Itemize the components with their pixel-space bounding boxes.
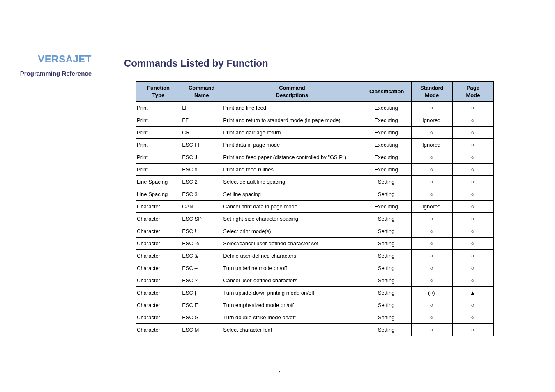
table-row: CharacterESC –Turn underline mode on/off…: [136, 262, 494, 274]
table-row: CharacterCANCancel print data in page mo…: [136, 201, 494, 213]
cell-function-type: Character: [136, 201, 181, 213]
cell-standard-mode: ○: [411, 274, 452, 287]
header-cmddesc-line1: Command: [279, 85, 305, 91]
cell-command-desc: Select/cancel user-defined character set: [222, 238, 362, 250]
sidebar-subtitle: Programming Reference: [15, 67, 94, 77]
cell-command-name: ESC J: [181, 151, 222, 164]
cell-standard-mode: ○: [411, 262, 452, 274]
cell-command-desc: Set line spacing: [222, 188, 362, 201]
cell-command-name: ESC M: [181, 324, 222, 336]
cell-classification: Setting: [362, 213, 411, 225]
cell-function-type: Character: [136, 287, 181, 299]
cell-page-mode: ○: [452, 164, 493, 176]
cell-command-name: ESC G: [181, 311, 222, 324]
cell-command-desc: Print and feed paper (distance controlle…: [222, 151, 362, 164]
cell-command-name: ESC %: [181, 238, 222, 250]
cell-page-mode: ○: [452, 114, 493, 127]
table-row: PrintFFPrint and return to standard mode…: [136, 114, 494, 127]
cell-command-name: ESC 2: [181, 176, 222, 188]
table-wrapper: Function Type Command Name Command Descr…: [136, 81, 527, 336]
table-header-row: Function Type Command Name Command Descr…: [136, 82, 494, 102]
cell-classification: Setting: [362, 287, 411, 299]
table-row: CharacterESC &Define user-defined charac…: [136, 250, 494, 262]
cell-command-name: ESC –: [181, 262, 222, 274]
cell-standard-mode: ○: [411, 324, 452, 336]
cell-classification: Executing: [362, 127, 411, 139]
header-page-mode: Page Mode: [452, 82, 493, 102]
cell-classification: Setting: [362, 324, 411, 336]
cell-command-name: FF: [181, 114, 222, 127]
cell-command-desc: Select character font: [222, 324, 362, 336]
header-cmdname-line2: Name: [194, 92, 209, 98]
cell-command-desc: Turn emphasized mode on/off: [222, 299, 362, 311]
cell-standard-mode: ○: [411, 213, 452, 225]
cell-classification: Executing: [362, 139, 411, 151]
cell-function-type: Character: [136, 250, 181, 262]
cell-classification: Setting: [362, 188, 411, 201]
cell-standard-mode: ○: [411, 225, 452, 238]
cell-page-mode: ▲: [452, 287, 493, 299]
cell-page-mode: ○: [452, 213, 493, 225]
cell-standard-mode: ○: [411, 164, 452, 176]
cell-function-type: Character: [136, 213, 181, 225]
cell-function-type: Print: [136, 164, 181, 176]
cell-function-type: Character: [136, 238, 181, 250]
cell-standard-mode: ○: [411, 151, 452, 164]
cell-function-type: Print: [136, 127, 181, 139]
cell-page-mode: ○: [452, 238, 493, 250]
cell-function-type: Character: [136, 311, 181, 324]
cell-classification: Setting: [362, 311, 411, 324]
cell-command-desc: Set right-side character spacing: [222, 213, 362, 225]
cell-page-mode: ○: [452, 274, 493, 287]
header-classification: Classification: [362, 82, 411, 102]
cell-page-mode: ○: [452, 324, 493, 336]
cell-classification: Setting: [362, 262, 411, 274]
cell-classification: Executing: [362, 201, 411, 213]
cell-standard-mode: ○: [411, 311, 452, 324]
cell-function-type: Character: [136, 324, 181, 336]
cell-command-name: CR: [181, 127, 222, 139]
cell-function-type: Print: [136, 139, 181, 151]
table-row: Line SpacingESC 2Select default line spa…: [136, 176, 494, 188]
cell-standard-mode: ○: [411, 176, 452, 188]
main-content: Commands Listed by Function Function Typ…: [124, 58, 527, 336]
cell-page-mode: ○: [452, 225, 493, 238]
cell-page-mode: ○: [452, 201, 493, 213]
cell-function-type: Line Spacing: [136, 176, 181, 188]
cell-command-desc: Select print mode(s): [222, 225, 362, 238]
cell-command-desc: Cancel print data in page mode: [222, 201, 362, 213]
cell-function-type: Print: [136, 151, 181, 164]
header-function-line1: Function: [147, 85, 170, 91]
cell-standard-mode: ○: [411, 102, 452, 114]
cell-standard-mode: Ignored: [411, 139, 452, 151]
header-std-line1: Standard: [420, 85, 443, 91]
cell-function-type: Character: [136, 225, 181, 238]
header-pm-line2: Mode: [466, 92, 480, 98]
cell-classification: Executing: [362, 114, 411, 127]
table-row: CharacterESC ETurn emphasized mode on/of…: [136, 299, 494, 311]
header-cmdname-line1: Command: [189, 85, 215, 91]
table-row: PrintESC dPrint and feed n linesExecutin…: [136, 164, 494, 176]
cell-page-mode: ○: [452, 151, 493, 164]
cell-command-name: ESC d: [181, 164, 222, 176]
cell-function-type: Character: [136, 299, 181, 311]
cell-function-type: Print: [136, 102, 181, 114]
header-pm-line1: Page: [467, 85, 479, 91]
cell-classification: Setting: [362, 225, 411, 238]
table-row: PrintLFPrint and line feedExecuting○○: [136, 102, 494, 114]
cell-command-name: ESC &: [181, 250, 222, 262]
table-row: CharacterESC %Select/cancel user-defined…: [136, 238, 494, 250]
header-standard-mode: Standard Mode: [411, 82, 452, 102]
cell-command-desc: Print data in page mode: [222, 139, 362, 151]
cell-function-type: Character: [136, 262, 181, 274]
cell-page-mode: ○: [452, 299, 493, 311]
cell-command-name: ESC !: [181, 225, 222, 238]
cell-command-desc: Select default line spacing: [222, 176, 362, 188]
cell-page-mode: ○: [452, 262, 493, 274]
cell-command-name: LF: [181, 102, 222, 114]
table-row: CharacterESC GTurn double-strike mode on…: [136, 311, 494, 324]
cell-standard-mode: ○: [411, 238, 452, 250]
cell-command-desc: Print and return to standard mode (in pa…: [222, 114, 362, 127]
cell-page-mode: ○: [452, 311, 493, 324]
brand-title: VERSAJET: [15, 53, 94, 67]
